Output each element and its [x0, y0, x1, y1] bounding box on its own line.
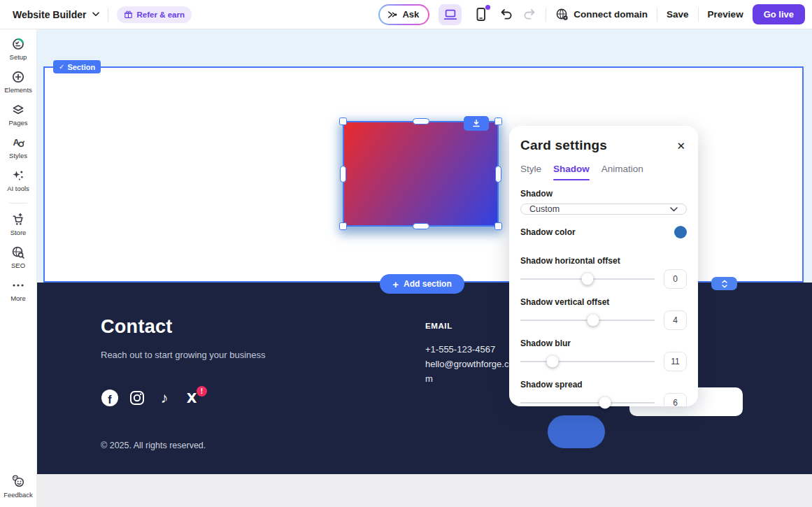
undo-icon	[499, 8, 513, 21]
card-settings-panel: Card settings ✕ Style Shadow Animation S…	[509, 126, 698, 406]
redo-icon	[522, 8, 536, 21]
instagram-glyph	[129, 390, 145, 406]
tab-style[interactable]: Style	[520, 164, 541, 180]
app-title-menu[interactable]: Website Builder	[13, 9, 99, 20]
mobile-notification-dot	[485, 5, 490, 10]
resize-handle-bottom-left[interactable]	[339, 222, 347, 230]
section-badge[interactable]: ✓ Section	[53, 60, 101, 73]
resize-handle-left[interactable]	[340, 166, 346, 183]
sidebar-item-store[interactable]: Store	[0, 213, 36, 236]
add-section-label: Add section	[404, 279, 452, 289]
slider-thumb[interactable]	[599, 397, 611, 409]
sidebar-item-elements[interactable]: Elements	[0, 70, 36, 94]
refer-earn-button[interactable]: Refer & earn	[117, 6, 192, 23]
footer-form-submit-button[interactable]	[548, 415, 605, 448]
card-element[interactable]	[343, 121, 499, 227]
slider-label: Shadow vertical offset	[520, 297, 687, 307]
sidebar-item-label: Store	[10, 229, 27, 236]
slider-value-input[interactable]: 11	[664, 352, 687, 371]
connect-domain-label: Connect domain	[574, 9, 648, 20]
slider-label: Shadow horizontal offset	[520, 256, 687, 266]
resize-handle-top[interactable]	[413, 118, 429, 124]
add-element-icon	[11, 70, 25, 84]
redo-button[interactable]	[522, 8, 536, 21]
topbar-left-group: Website Builder Refer & earn	[13, 6, 192, 23]
tiktok-icon[interactable]: ♪	[154, 387, 175, 408]
sidebar-item-label: Setup	[10, 53, 27, 61]
slider-track[interactable]	[520, 272, 655, 286]
undo-button[interactable]	[499, 8, 513, 21]
footer-heading[interactable]: Contact	[101, 316, 173, 338]
shadow-preset-select[interactable]: Custom	[520, 203, 687, 215]
topbar-divider	[108, 8, 108, 22]
store-cart-icon	[11, 213, 25, 227]
go-live-button[interactable]: Go live	[753, 4, 805, 24]
section-resize-button[interactable]	[711, 277, 737, 290]
chevron-down-icon	[92, 12, 99, 17]
slider-value-input[interactable]: 0	[664, 269, 687, 289]
desktop-view-button[interactable]	[439, 4, 462, 25]
footer-subtitle[interactable]: Reach out to start growing your business	[101, 350, 266, 360]
svg-text:A: A	[13, 137, 20, 148]
facebook-icon[interactable]: f	[99, 387, 120, 408]
sidebar-item-more[interactable]: More	[0, 278, 36, 302]
resize-handle-right[interactable]	[495, 166, 501, 183]
slider-track[interactable]	[520, 396, 655, 410]
ask-button[interactable]: Ask	[378, 4, 429, 25]
resize-handle-top-left[interactable]	[339, 117, 347, 125]
desktop-icon	[443, 8, 457, 21]
footer-contact-lines[interactable]: +1-555-123-4567 hello@growthforge.com	[425, 342, 518, 386]
check-icon: ✓	[59, 63, 64, 71]
resize-handle-bottom-right[interactable]	[494, 222, 502, 230]
footer-phone[interactable]: +1-555-123-4567	[425, 342, 518, 357]
slider-value-input[interactable]: 4	[664, 310, 687, 330]
instagram-icon[interactable]	[127, 387, 148, 408]
slider-thumb[interactable]	[582, 273, 594, 285]
resize-handle-top-right[interactable]	[494, 117, 502, 125]
footer-email-header[interactable]: EMAIL	[425, 322, 453, 330]
shadow-color-swatch[interactable]	[674, 226, 687, 238]
x-icon[interactable]: X !	[181, 387, 202, 408]
footer-copyright[interactable]: © 2025. All rights reserved.	[101, 441, 206, 450]
connect-domain-button[interactable]: Connect domain	[555, 8, 648, 21]
sidebar-item-seo[interactable]: SEO	[0, 245, 36, 269]
slider-row: 11	[520, 352, 687, 371]
feedback-smiley-icon	[10, 473, 26, 489]
layers-icon	[11, 103, 25, 117]
slider-thumb[interactable]	[547, 356, 559, 368]
sidebar-item-label: Elements	[4, 86, 32, 94]
slider-value-input[interactable]: 6	[664, 393, 687, 413]
footer-email[interactable]: hello@growthforge.com	[425, 357, 518, 386]
section-badge-label: Section	[67, 63, 95, 71]
sidebar-item-label: More	[10, 294, 26, 302]
x-glyph: X	[187, 390, 197, 406]
add-section-button[interactable]: + Add section	[380, 274, 464, 294]
slider-track[interactable]	[520, 355, 655, 369]
canvas-stage: ✓ Section + Add section	[37, 29, 812, 507]
panel-title: Card settings	[520, 138, 607, 153]
slider-thumb[interactable]	[587, 315, 599, 327]
tab-animation[interactable]: Animation	[601, 164, 643, 180]
sidebar-item-setup[interactable]: Setup	[0, 37, 36, 61]
slider-group-blur: Shadow blur 11	[520, 330, 687, 371]
sidebar-item-styles[interactable]: A Styles	[0, 136, 36, 159]
slider-group-spread: Shadow spread 6	[520, 371, 687, 413]
sidebar-item-ai-tools[interactable]: AI tools	[0, 169, 36, 192]
up-down-chevrons-icon	[720, 279, 729, 289]
save-button[interactable]: Save	[667, 9, 689, 20]
preview-button[interactable]: Preview	[708, 9, 743, 20]
sidebar-item-label: SEO	[11, 262, 25, 269]
mobile-view-button[interactable]	[471, 4, 490, 25]
topbar-divider	[698, 8, 699, 22]
card-download-button[interactable]	[464, 116, 489, 131]
close-icon[interactable]: ✕	[675, 139, 687, 152]
sidebar-item-pages[interactable]: Pages	[0, 103, 36, 127]
resize-handle-bottom[interactable]	[413, 223, 429, 229]
feedback-button[interactable]: Feedback	[0, 473, 36, 499]
slider-group-horizontal-offset: Shadow horizontal offset 0	[520, 248, 687, 289]
slider-track[interactable]	[520, 313, 655, 327]
topbar-divider	[657, 8, 657, 22]
styles-icon: A	[11, 136, 25, 150]
shadow-section-label: Shadow	[520, 189, 687, 199]
tab-shadow[interactable]: Shadow	[553, 164, 590, 180]
